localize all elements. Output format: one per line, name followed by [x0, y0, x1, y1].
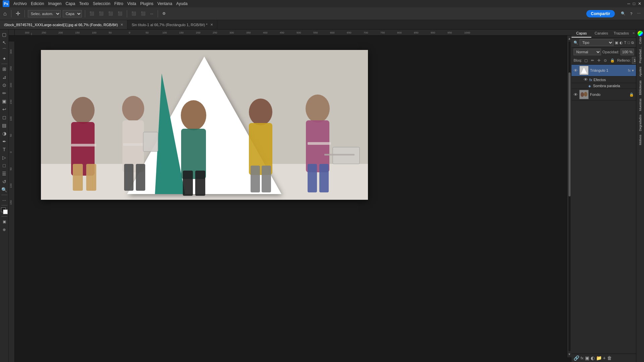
- lock-position-btn[interactable]: ✛: [596, 58, 601, 63]
- layer-triangulo1-visibility[interactable]: 👁: [574, 68, 578, 73]
- tool-artboard[interactable]: ⊕: [1, 226, 8, 233]
- layer-select[interactable]: Capa: [63, 10, 82, 17]
- settings-button[interactable]: ⚙: [161, 11, 167, 16]
- layer-triangulo1-fx[interactable]: fx: [628, 69, 631, 72]
- right-panel-adjustments[interactable]: Ajustes: [639, 67, 642, 78]
- filter-shape-icon[interactable]: □: [628, 41, 630, 45]
- home-button[interactable]: ⌂: [2, 10, 8, 17]
- tool-screen-mode[interactable]: ▣: [1, 218, 8, 225]
- effects-visibility[interactable]: 👁: [584, 77, 588, 82]
- window-close[interactable]: ✕: [638, 1, 641, 6]
- right-panel-patterns[interactable]: Motivos: [639, 135, 642, 146]
- shadow-effect[interactable]: ◈ Sombra paralela: [572, 83, 636, 89]
- right-panel-swatches[interactable]: Muestras: [639, 99, 642, 112]
- selection-mode-select[interactable]: Selec. autom.: [28, 10, 61, 17]
- scroll-up-arrow[interactable]: ▲: [568, 37, 571, 40]
- menu-capa[interactable]: Capa: [65, 1, 75, 6]
- menu-vista[interactable]: Vista: [127, 1, 136, 6]
- menu-texto[interactable]: Texto: [79, 1, 89, 6]
- tool-lasso[interactable]: ⌒: [1, 47, 8, 54]
- tool-more[interactable]: ···: [1, 196, 8, 204]
- info-button[interactable]: ⋯: [636, 11, 642, 16]
- tool-eyedropper[interactable]: ⊿: [1, 73, 8, 81]
- menu-ayuda[interactable]: Ayuda: [176, 1, 187, 6]
- lock-image-btn[interactable]: ✏: [590, 58, 595, 63]
- tab-trazados[interactable]: Trazados: [611, 29, 631, 38]
- distribute-v[interactable]: ⬛: [140, 11, 147, 16]
- tool-hand[interactable]: ☰: [1, 170, 8, 177]
- layer-triangulo1[interactable]: 👁 Triángulo 1 fx ▾: [572, 65, 636, 76]
- canvas-area[interactable]: 300 250 200 150 100 50 0 50 100 150 200 …: [9, 29, 572, 362]
- tool-history[interactable]: ↩: [1, 106, 8, 113]
- align-left[interactable]: ⬛: [88, 11, 96, 16]
- tool-stamp[interactable]: ▣: [1, 98, 8, 105]
- filter-smart-icon[interactable]: ⧉: [631, 41, 634, 45]
- share-button[interactable]: Compartir: [586, 10, 615, 17]
- lock-transparent-btn[interactable]: ▢: [583, 58, 589, 63]
- tab-capas[interactable]: Capas: [572, 29, 591, 38]
- new-group-btn[interactable]: 📁: [596, 355, 602, 361]
- right-panel-properties[interactable]: Propiedad...: [639, 47, 642, 64]
- tab-2-close[interactable]: ✕: [210, 23, 213, 26]
- distribute-h[interactable]: ⬛: [130, 11, 138, 16]
- canvas-image[interactable]: [41, 50, 368, 200]
- opacity-input[interactable]: [621, 49, 634, 55]
- menu-edicion[interactable]: Edición: [31, 1, 44, 6]
- scroll-down-arrow[interactable]: ▼: [568, 353, 571, 356]
- filter-pixel-icon[interactable]: ▣: [615, 41, 618, 45]
- tab-2[interactable]: Sin título-1 al 66,7% (Rectángulo 1, RGB…: [127, 20, 217, 29]
- align-top[interactable]: ⬛: [116, 11, 124, 16]
- layer-triangulo1-expand[interactable]: ▾: [632, 68, 634, 73]
- tool-direct[interactable]: ↖: [1, 39, 8, 46]
- search-button[interactable]: 🔍: [620, 11, 627, 16]
- add-mask-btn[interactable]: ▣: [585, 355, 589, 361]
- window-minimize[interactable]: ─: [627, 1, 630, 6]
- menu-imagen[interactable]: Imagen: [48, 1, 61, 6]
- help-button[interactable]: ?: [629, 11, 634, 16]
- panel-collapse[interactable]: »: [631, 29, 636, 38]
- tool-dodge[interactable]: ◑: [1, 130, 8, 137]
- more-options[interactable]: ···: [149, 11, 155, 16]
- tab-1-close[interactable]: ✕: [120, 23, 123, 26]
- right-panel-libraries[interactable]: Bibliotecas: [639, 80, 642, 96]
- menu-ventana[interactable]: Ventana: [157, 1, 172, 6]
- tool-zoom[interactable]: 🔍: [1, 186, 8, 193]
- tab-canales[interactable]: Canales: [591, 29, 611, 38]
- scrollbar-vertical[interactable]: ▲ ▼: [567, 36, 572, 357]
- tool-rotate[interactable]: ↺: [1, 178, 8, 185]
- link-layers-btn[interactable]: 🔗: [574, 355, 579, 361]
- tool-eraser[interactable]: ◻: [1, 114, 8, 121]
- menu-seleccion[interactable]: Selección: [93, 1, 110, 6]
- add-style-btn[interactable]: fx: [581, 356, 584, 360]
- tool-magic[interactable]: ✦: [1, 55, 8, 62]
- align-center-h[interactable]: ⬛: [98, 11, 105, 16]
- tool-text[interactable]: T: [1, 146, 8, 153]
- menu-filtro[interactable]: Filtro: [114, 1, 123, 6]
- right-panel-color[interactable]: Color: [638, 31, 643, 44]
- lock-all-btn[interactable]: 🔒: [609, 58, 616, 63]
- effects-header[interactable]: 👁 fx Efectos: [572, 76, 636, 83]
- tool-path-selection[interactable]: ▷: [1, 154, 8, 161]
- tool-healing[interactable]: ⊙: [1, 81, 8, 89]
- delete-layer-btn[interactable]: 🗑: [607, 355, 612, 361]
- blend-mode-select[interactable]: Normal: [574, 49, 601, 55]
- new-layer-btn[interactable]: +: [603, 355, 606, 361]
- tool-shape[interactable]: □: [1, 162, 8, 169]
- window-maximize[interactable]: □: [633, 1, 635, 6]
- scroll-thumb-v[interactable]: [569, 72, 571, 196]
- lock-artboards-btn[interactable]: ⊙: [603, 58, 608, 63]
- filter-adjust-icon[interactable]: ◐: [620, 41, 623, 45]
- menu-archivo[interactable]: Archivo: [13, 1, 27, 6]
- tool-pen[interactable]: ✒: [1, 138, 8, 145]
- tool-move[interactable]: ✛: [14, 10, 21, 17]
- new-fill-btn[interactable]: ◐: [591, 355, 595, 361]
- align-right[interactable]: ⬛: [107, 11, 114, 16]
- right-panel-gradients[interactable]: Degradados: [639, 115, 642, 132]
- foreground-color[interactable]: [1, 207, 8, 214]
- tab-1[interactable]: iStock_89745781_XXXLarge-scaled[1].jpg a…: [0, 20, 127, 29]
- filter-text-icon[interactable]: T: [624, 41, 627, 45]
- layer-fondo-visibility[interactable]: 👁: [574, 92, 578, 97]
- canvas-scroll[interactable]: ◀ ▶: [21, 42, 572, 362]
- tool-brush[interactable]: ✏: [1, 89, 8, 97]
- tool-gradient[interactable]: ▤: [1, 122, 8, 129]
